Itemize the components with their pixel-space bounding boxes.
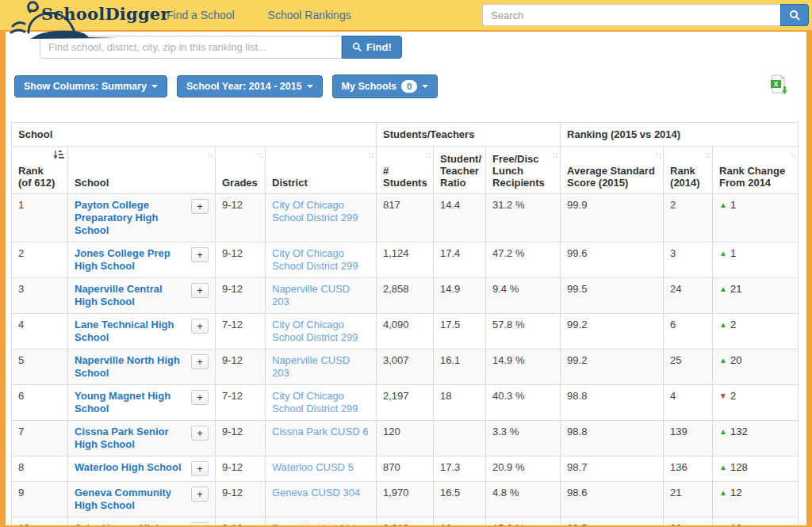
- site-search-input[interactable]: [482, 4, 780, 26]
- school-cell: Naperville North High School+: [68, 349, 216, 385]
- nav-find-a-school[interactable]: Find a School: [167, 9, 235, 21]
- grades-cell: 9-12: [216, 349, 266, 385]
- district-link[interactable]: Geneva CUSD 304: [272, 487, 360, 498]
- rank-cell: 5: [12, 349, 68, 385]
- export-to-excel-icon[interactable]: X: [770, 74, 787, 98]
- score-cell: 99.2: [561, 349, 664, 385]
- sort-active-icon: [53, 150, 64, 162]
- school-link[interactable]: Lane Technical High School: [75, 319, 188, 344]
- show-columns-dropdown[interactable]: Show Columns: Summary: [14, 75, 167, 97]
- ratio-cell: 14.9: [434, 278, 486, 314]
- rank2014-cell: 23: [664, 517, 713, 526]
- add-school-button[interactable]: +: [191, 319, 209, 334]
- add-school-button[interactable]: +: [191, 354, 209, 369]
- add-school-button[interactable]: +: [191, 522, 209, 525]
- rank-change-cell: ▲1: [713, 194, 799, 242]
- column-header-9[interactable]: Rank ChangeFrom 2014↑↓: [713, 147, 799, 194]
- ratio-cell: 17.3: [434, 456, 486, 482]
- school-link[interactable]: Cissna Park Senior High School: [75, 426, 188, 451]
- column-header-8[interactable]: Rank(2014)↑↓: [664, 147, 713, 194]
- rank-change-value: 132: [730, 426, 748, 437]
- chevron-down-icon: [422, 85, 428, 88]
- rank-change-cell: ▲1: [713, 242, 799, 278]
- my-schools-dropdown[interactable]: My Schools 0: [332, 74, 439, 98]
- site-search: [482, 4, 809, 26]
- add-school-button[interactable]: +: [191, 247, 209, 262]
- column-header-4[interactable]: #Students↑↓: [377, 147, 434, 194]
- rank-change-value: 20: [730, 354, 741, 366]
- my-schools-label: My Schools: [342, 81, 396, 92]
- district-link[interactable]: City Of Chicago School District 299: [272, 199, 358, 223]
- lunch-cell: 40.3 %: [486, 385, 561, 421]
- school-link[interactable]: Naperville North High School: [75, 354, 188, 380]
- lunch-cell: 57.8 %: [486, 314, 561, 349]
- district-link[interactable]: City Of Chicago School District 299: [272, 247, 358, 272]
- district-link[interactable]: City Of Chicago School District 299: [272, 319, 358, 343]
- rank-change-value: 2: [730, 390, 736, 402]
- district-link[interactable]: City Of Chicago School District 299: [272, 390, 358, 414]
- grades-cell: 9-12: [216, 517, 266, 526]
- search-icon: [789, 10, 801, 21]
- students-cell: 2,197: [377, 385, 434, 421]
- column-header-3[interactable]: District↑↓: [266, 147, 377, 194]
- district-link[interactable]: Waterloo CUSD 5: [272, 461, 354, 473]
- column-header-1[interactable]: School↑↓: [68, 147, 216, 194]
- nav-school-rankings[interactable]: School Rankings: [268, 9, 351, 21]
- column-header-label: District: [272, 177, 308, 189]
- lunch-cell: 4.8 %: [486, 482, 561, 517]
- school-link[interactable]: Jones College Prep High School: [75, 247, 188, 273]
- school-link[interactable]: Waterloo High School: [75, 461, 188, 474]
- column-header-5[interactable]: Student/TeacherRatio↑↓: [434, 147, 486, 194]
- students-cell: 2,858: [377, 278, 434, 314]
- rank2014-cell: 6: [664, 314, 713, 349]
- ratio-cell: 17.4: [434, 242, 486, 278]
- group-header-row: SchoolStudents/TeachersRanking (2015 vs …: [12, 123, 799, 147]
- rank-change-cell: ▲128: [713, 456, 799, 482]
- school-year-label: School Year: 2014 - 2015: [186, 81, 302, 92]
- column-header-2[interactable]: Grades↑↓: [216, 147, 266, 194]
- my-schools-count-badge: 0: [401, 80, 417, 93]
- rank-cell: 7: [12, 421, 68, 456]
- rank2014-cell: 21: [664, 482, 713, 517]
- school-link[interactable]: Payton College Preparatory High School: [75, 199, 188, 237]
- school-link[interactable]: Geneva Community High School: [75, 487, 188, 512]
- schooldigger-logo[interactable]: SchoolDigger: [0, 0, 159, 31]
- rank-cell: 9: [12, 482, 68, 517]
- district-cell: Township Hsd 214: [266, 517, 377, 526]
- school-link[interactable]: Young Magnet High School: [75, 390, 188, 415]
- rank-up-icon: ▲: [719, 427, 727, 436]
- district-link[interactable]: Township Hsd 214: [272, 522, 356, 525]
- rank-change-cell: ▲20: [713, 349, 799, 385]
- column-header-0[interactable]: Rank(of 612): [12, 147, 68, 194]
- grades-cell: 9-12: [216, 482, 266, 517]
- district-link[interactable]: Cissna Park CUSD 6: [272, 426, 368, 437]
- lunch-cell: 47.2 %: [486, 242, 561, 278]
- add-school-button[interactable]: +: [191, 283, 209, 298]
- students-cell: 817: [377, 194, 434, 242]
- column-header-label: Rank(of 612): [18, 165, 55, 189]
- students-cell: 3,007: [377, 349, 434, 385]
- find-row: Find!: [6, 32, 806, 60]
- lunch-cell: 15.3 %: [486, 517, 561, 526]
- column-header-7[interactable]: Average StandardScore (2015)↑↓: [561, 147, 664, 194]
- district-link[interactable]: Naperville CUSD 203: [272, 354, 350, 379]
- rank2014-cell: 3: [664, 242, 713, 278]
- ratio-cell: [434, 421, 486, 456]
- district-link[interactable]: Naperville CUSD 203: [272, 283, 350, 307]
- school-year-dropdown[interactable]: School Year: 2014 - 2015: [177, 75, 323, 97]
- grades-cell: 9-12: [216, 456, 266, 482]
- score-cell: 98.7: [561, 456, 664, 482]
- school-link[interactable]: Naperville Central High School: [75, 283, 188, 308]
- find-button[interactable]: Find!: [342, 36, 402, 59]
- site-search-button[interactable]: [780, 4, 809, 26]
- column-header-6[interactable]: Free/DiscLunchRecipients↑↓: [486, 147, 561, 194]
- school-link[interactable]: John Hersey High School: [75, 522, 188, 525]
- table-row: 3Naperville Central High School+9-12Nape…: [12, 278, 799, 314]
- add-school-button[interactable]: +: [191, 199, 209, 214]
- add-school-button[interactable]: +: [191, 426, 209, 441]
- add-school-button[interactable]: +: [191, 390, 209, 405]
- add-school-button[interactable]: +: [191, 487, 209, 502]
- add-school-button[interactable]: +: [191, 461, 209, 476]
- rank-cell: 10: [12, 517, 68, 526]
- rank-up-icon: ▲: [719, 285, 727, 293]
